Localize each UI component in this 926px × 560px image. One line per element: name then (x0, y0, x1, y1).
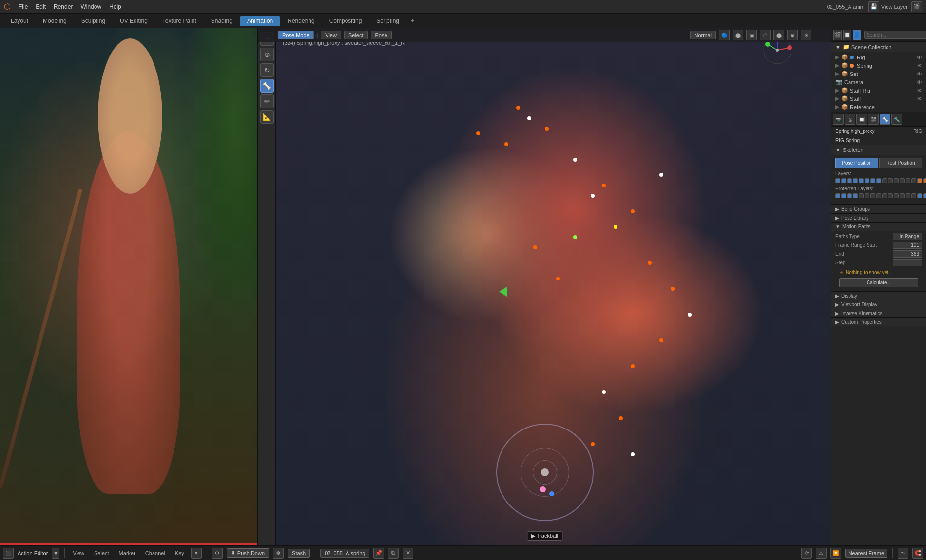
pose-library-section[interactable]: ▶ Pose Library (831, 213, 926, 222)
player-1[interactable] (841, 193, 846, 198)
player-3[interactable] (853, 193, 858, 198)
rendered-icon[interactable]: ☀ (801, 30, 811, 40)
expand-ref[interactable]: ▶ (835, 104, 839, 110)
layer-2[interactable] (847, 178, 852, 183)
skeleton-header[interactable]: ▼ Skeleton (831, 145, 926, 155)
layer-8[interactable] (882, 178, 887, 183)
viewport-display-section[interactable]: ▶ Viewport Display (831, 300, 926, 309)
step-value[interactable]: 1 (893, 259, 922, 266)
modifier-props-icon[interactable]: 🔧 (891, 114, 902, 125)
stash-btn[interactable]: Stash (288, 549, 310, 558)
tab-uv-editing[interactable]: UV Editing (113, 16, 154, 26)
layer-13[interactable] (911, 178, 916, 183)
scene-btn[interactable]: 🎬 (911, 1, 922, 12)
set-eye[interactable]: 👁 (917, 71, 922, 77)
pose-mode-btn[interactable]: Pose Mode (278, 31, 314, 39)
tab-layout[interactable]: Layout (4, 16, 35, 26)
player-6[interactable] (870, 193, 875, 198)
menu-window[interactable]: Window (77, 2, 105, 12)
player-14[interactable] (917, 193, 922, 198)
snap-icon[interactable]: 🧲 (912, 548, 923, 559)
expand-staff[interactable]: ▶ (835, 95, 839, 102)
left-viewport[interactable] (0, 28, 258, 545)
player-8[interactable] (882, 193, 887, 198)
tab-compositing[interactable]: Compositing (323, 16, 369, 26)
layer-5[interactable] (865, 178, 869, 183)
menu-file[interactable]: File (15, 2, 32, 12)
rig-eye[interactable]: 👁 (917, 55, 922, 60)
layer-0[interactable] (835, 178, 840, 183)
action-duplicate-icon[interactable]: ⧉ (388, 548, 399, 559)
key-filter-icon[interactable]: ▼ (191, 548, 202, 559)
player-4[interactable] (859, 193, 864, 198)
tab-scripting[interactable]: Scripting (369, 16, 406, 26)
custom-props-section[interactable]: ▶ Custom Properties (831, 317, 926, 326)
calculate-btn[interactable]: Calculate... (839, 278, 918, 287)
layer-1[interactable] (841, 178, 846, 183)
render-props-icon[interactable]: 📷 (833, 114, 844, 125)
tab-animation[interactable]: Animation (240, 16, 280, 26)
measure-tool[interactable]: 📐 (260, 110, 274, 124)
material-icon[interactable]: ◉ (787, 30, 798, 40)
tree-reference[interactable]: ▶ 📦 Reference (831, 103, 926, 111)
move-tool[interactable]: ⊕ (260, 48, 274, 61)
action-close-icon[interactable]: ✕ (403, 548, 413, 559)
layer-10[interactable] (894, 178, 899, 183)
nla-sync-icon[interactable]: ⚙ (212, 548, 223, 559)
expand-spring[interactable]: ▶ (835, 62, 839, 69)
layer-9[interactable] (888, 178, 893, 183)
player-13[interactable] (911, 193, 916, 198)
layer-6[interactable] (870, 178, 875, 183)
view-layer-icon[interactable]: 🔲 (843, 30, 851, 40)
player-10[interactable] (894, 193, 899, 198)
snowflake-icon[interactable]: ❄ (273, 548, 284, 559)
annotate-tool[interactable]: ✏ (260, 94, 274, 108)
tree-staff[interactable]: ▶ 📦 Staff 👁 (831, 94, 926, 103)
scene-props-icon[interactable]: 🎬 (868, 114, 879, 125)
scene-collection-header[interactable]: ▼ 📁 Scene Collection (831, 42, 926, 52)
player-2[interactable] (847, 193, 852, 198)
rest-position-btn[interactable]: Rest Position (879, 158, 922, 168)
tree-staff-rig[interactable]: ▶ 📦 Staff Rig 👁 (831, 86, 926, 94)
menu-edit[interactable]: Edit (32, 2, 50, 12)
tree-spring[interactable]: ▶ 📦 Spring 👁 (831, 61, 926, 70)
object-props-icon[interactable]: 🦴 (880, 114, 890, 125)
staff-rig-eye[interactable]: 👁 (917, 88, 922, 93)
player-12[interactable] (906, 193, 910, 198)
camera-eye[interactable]: 👁 (917, 79, 922, 85)
sync-icon[interactable]: ⟳ (801, 548, 812, 559)
action-channel-menu[interactable]: Channel (142, 549, 168, 557)
paths-type-value[interactable]: In Range (893, 233, 922, 240)
action-select-menu[interactable]: Select (91, 549, 112, 557)
center-viewport[interactable]: Pose Mode | View Select Pose Normal 🔵 ⬤ … (258, 28, 831, 545)
wireframe-icon[interactable]: ⬡ (760, 30, 771, 40)
tree-rig[interactable]: ▶ 📦 Rig 👁 (831, 53, 926, 61)
display-section[interactable]: ▶ Display (831, 291, 926, 300)
spring-eye[interactable]: 👁 (917, 63, 922, 69)
expand-rig[interactable]: ▶ (835, 54, 839, 60)
tab-sculpting[interactable]: Sculpting (75, 16, 112, 26)
staff-eye[interactable]: 👁 (917, 96, 922, 102)
view-menu-btn[interactable]: View (321, 31, 341, 39)
tab-rendering[interactable]: Rendering (281, 16, 321, 26)
player-11[interactable] (900, 193, 905, 198)
nearest-frame-btn[interactable]: Nearest Frame (845, 549, 887, 558)
3d-viewport-canvas[interactable]: ✛ ⊕ ↻ 🦴 ✏ 📐 User Perspective (Local) (32… (258, 28, 831, 545)
pose-position-btn[interactable]: Pose Position (835, 158, 878, 168)
object-icon[interactable]: 👤 (853, 30, 861, 40)
tree-camera[interactable]: 📷 Camera 👁 (831, 78, 926, 86)
pose-tool[interactable]: 🦴 (260, 79, 274, 93)
add-workspace-tab[interactable]: + (407, 16, 418, 26)
tab-modeling[interactable]: Modeling (36, 16, 74, 26)
filter-icon-2[interactable]: 🔽 (830, 548, 841, 559)
motion-paths-header[interactable]: ▼ Motion Paths (831, 222, 926, 231)
output-props-icon[interactable]: 🖨 (845, 114, 855, 125)
tab-shading[interactable]: Shading (204, 16, 239, 26)
tab-texture-paint[interactable]: Texture Paint (155, 16, 203, 26)
view-layer-props-icon[interactable]: 🔲 (856, 114, 867, 125)
warning-icon[interactable]: ⚠ (816, 548, 827, 559)
player-0[interactable] (835, 193, 840, 198)
menu-help[interactable]: Help (105, 2, 125, 12)
action-key-menu[interactable]: Key (172, 549, 187, 557)
action-filename[interactable]: 02_055_A.spring (320, 549, 369, 558)
